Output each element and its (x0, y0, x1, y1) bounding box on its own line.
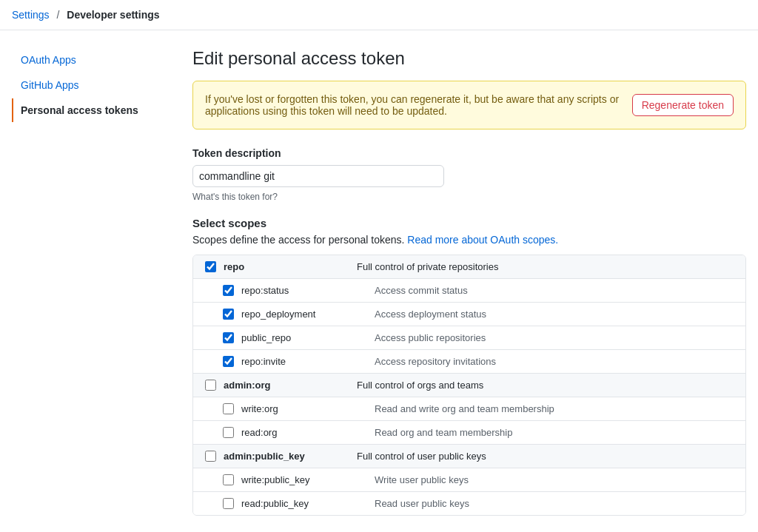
breadcrumb: Settings / Developer settings (0, 0, 758, 30)
sidebar-item-personal-access-tokens[interactable]: Personal access tokens (12, 98, 175, 122)
scope-row-public-repo: public_repo Access public repositories (193, 326, 745, 350)
scope-name-admin-org: admin:org (224, 380, 357, 391)
scope-name-write-public-key: write:public_key (241, 474, 375, 485)
scope-name-read-public-key: read:public_key (241, 498, 375, 509)
sidebar-item-oauth-apps[interactable]: OAuth Apps (12, 48, 175, 72)
scope-row-admin-org: admin:org Full control of orgs and teams (193, 374, 745, 397)
scope-checkbox-public-repo[interactable] (223, 332, 234, 343)
scope-name-repo: repo (224, 261, 357, 272)
scopes-description: Scopes define the access for personal to… (192, 234, 746, 246)
scope-row-write-org: write:org Read and write org and team me… (193, 397, 745, 421)
scope-name-public-repo: public_repo (241, 332, 375, 343)
scope-desc-admin-public-key: Full control of user public keys (357, 451, 734, 462)
token-description-input[interactable] (192, 165, 444, 187)
scope-name-admin-public-key: admin:public_key (224, 451, 357, 462)
scope-row-repo-invite: repo:invite Access repository invitation… (193, 350, 745, 374)
token-description-hint: What's this token for? (192, 192, 746, 202)
scope-desc-write-public-key: Write user public keys (375, 474, 734, 485)
scope-name-repo-status: repo:status (241, 285, 375, 296)
scope-checkbox-repo-invite[interactable] (223, 356, 234, 367)
scope-desc-repo-deployment: Access deployment status (375, 309, 734, 320)
token-description-label: Token description (192, 147, 746, 159)
page-title: Edit personal access token (192, 48, 746, 69)
scope-checkbox-read-public-key[interactable] (223, 498, 234, 509)
scope-row-read-org: read:org Read org and team membership (193, 421, 745, 445)
scope-desc-admin-org: Full control of orgs and teams (357, 380, 734, 391)
scope-row-repo-deployment: repo_deployment Access deployment status (193, 303, 745, 326)
breadcrumb-current: Developer settings (67, 9, 159, 21)
token-description-group: Token description What's this token for? (192, 147, 746, 202)
scope-desc-repo-invite: Access repository invitations (375, 356, 734, 367)
scope-desc-read-org: Read org and team membership (375, 427, 734, 438)
scope-checkbox-write-org[interactable] (223, 403, 234, 414)
sidebar-item-github-apps[interactable]: GitHub Apps (12, 73, 175, 97)
scope-row-admin-public-key: admin:public_key Full control of user pu… (193, 445, 745, 468)
sidebar: OAuth Apps GitHub Apps Personal access t… (12, 48, 175, 516)
scope-name-repo-invite: repo:invite (241, 356, 375, 367)
scope-row-repo: repo Full control of private repositorie… (193, 255, 745, 279)
scope-name-write-org: write:org (241, 403, 375, 414)
scopes-section: Select scopes Scopes define the access f… (192, 217, 746, 516)
scope-desc-read-public-key: Read user public keys (375, 498, 734, 509)
scope-desc-repo-status: Access commit status (375, 285, 734, 296)
scope-desc-public-repo: Access public repositories (375, 332, 734, 343)
scopes-title: Select scopes (192, 217, 746, 229)
scope-checkbox-admin-public-key[interactable] (205, 451, 216, 462)
main-content: Edit personal access token If you've los… (192, 48, 746, 516)
warning-banner: If you've lost or forgotten this token, … (192, 81, 746, 129)
breadcrumb-separator: / (56, 9, 59, 21)
scope-row-read-public-key: read:public_key Read user public keys (193, 492, 745, 515)
scope-checkbox-repo[interactable] (205, 261, 216, 272)
scope-checkbox-read-org[interactable] (223, 427, 234, 438)
scope-desc-write-org: Read and write org and team membership (375, 403, 734, 414)
breadcrumb-settings-link[interactable]: Settings (12, 9, 50, 21)
scope-row-write-public-key: write:public_key Write user public keys (193, 468, 745, 492)
regenerate-token-button[interactable]: Regenerate token (632, 94, 734, 116)
warning-text: If you've lost or forgotten this token, … (205, 93, 620, 117)
scope-name-read-org: read:org (241, 427, 375, 438)
scope-row-repo-status: repo:status Access commit status (193, 279, 745, 303)
scope-desc-repo: Full control of private repositories (357, 261, 734, 272)
scopes-table: repo Full control of private repositorie… (192, 255, 746, 516)
oauth-scopes-link[interactable]: Read more about OAuth scopes. (407, 234, 558, 246)
scope-name-repo-deployment: repo_deployment (241, 309, 375, 320)
scope-checkbox-repo-status[interactable] (223, 285, 234, 296)
scope-checkbox-write-public-key[interactable] (223, 474, 234, 485)
scope-checkbox-admin-org[interactable] (205, 380, 216, 391)
scope-checkbox-repo-deployment[interactable] (223, 309, 234, 320)
